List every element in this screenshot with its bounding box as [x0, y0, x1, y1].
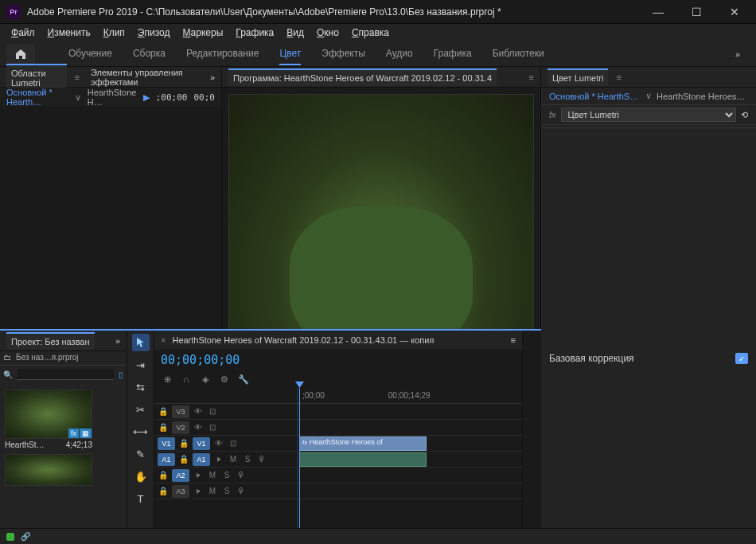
menu-sequence[interactable]: Эпизод	[133, 25, 175, 40]
program-title: Программа: HearthStone Heroes of Warcraf…	[228, 68, 497, 86]
lumetri-body: Основной * HearthSto… ∨ HearthStone Hero…	[541, 88, 756, 528]
workspace-audio[interactable]: Аудио	[386, 43, 413, 65]
lumetri-header: Цвет Lumetri ≡	[541, 67, 756, 88]
workspace-overflow[interactable]: »	[726, 49, 750, 59]
timeline-playhead[interactable]	[299, 388, 300, 528]
search-icon[interactable]: 🔍	[3, 370, 13, 379]
effect-controls-header: Области Lumetri ≡ Элементы управления эф…	[0, 67, 221, 88]
menu-file[interactable]: Файл	[6, 25, 40, 40]
status-bar: 🔗	[0, 528, 756, 544]
tab-effect-controls[interactable]: Элементы управления эффектами	[86, 65, 204, 90]
linked-selection-icon[interactable]: ∩	[180, 374, 193, 384]
app-icon: Pr	[6, 5, 21, 19]
timeline-audio-clip[interactable]	[299, 452, 427, 467]
menu-edit[interactable]: Изменить	[43, 25, 95, 40]
reset-effect-icon[interactable]: ⟲	[741, 110, 748, 120]
menubar: Файл Изменить Клип Эпизод Маркеры График…	[0, 24, 756, 41]
titlebar: Pr Adobe Premiere Pro 2019 - C:\Пользова…	[0, 0, 756, 24]
workspace-color[interactable]: Цвет	[279, 43, 301, 65]
workspace-effects[interactable]: Эффекты	[321, 43, 365, 65]
timeline-video-clip[interactable]: fx HearthStone Heroes of	[299, 436, 427, 451]
selection-tool[interactable]	[132, 334, 150, 351]
minimize-button[interactable]: —	[646, 6, 670, 18]
project-clip-thumbnail[interactable]: fx▦	[5, 389, 92, 439]
menu-clip[interactable]: Клип	[99, 25, 130, 40]
effect-clip-row: Основной * Hearth… ∨ HearthStone H… ▶ ;0…	[0, 88, 221, 107]
bin-icon: 🗀	[3, 353, 11, 362]
effect-seq-name: HearthStone H…	[88, 88, 137, 107]
status-indicator	[6, 533, 14, 541]
lumetri-panel-menu[interactable]: ≡	[616, 72, 621, 82]
timeline-panel-menu[interactable]: ≡	[511, 335, 516, 345]
workspace-editing[interactable]: Редактирование	[186, 43, 259, 65]
tab-lumetri-scopes[interactable]: Области Lumetri	[6, 64, 67, 91]
menu-view[interactable]: Вид	[282, 25, 309, 40]
menu-window[interactable]: Окно	[312, 25, 344, 40]
workspace-learning[interactable]: Обучение	[68, 43, 112, 65]
razor-tool[interactable]: ✂	[132, 401, 150, 418]
workspace-graphics[interactable]: Графика	[434, 43, 472, 65]
link-icon[interactable]: 🔗	[21, 532, 30, 541]
timeline-content[interactable]: ;00;00 00;00;14;29 fx HearthStone Heroes…	[298, 388, 522, 528]
project-clip-duration: 4;42;13	[66, 440, 92, 449]
program-header: Программа: HearthStone Heroes of Warcraf…	[222, 67, 540, 88]
filter-icon[interactable]: ▯	[119, 370, 123, 379]
effect-playhead-icon[interactable]: ▶	[143, 92, 150, 103]
menu-graphics[interactable]: Графика	[231, 25, 279, 40]
audio-meter	[522, 331, 541, 528]
effect-controls-overflow[interactable]: »	[210, 72, 215, 82]
type-tool[interactable]: T	[132, 490, 150, 507]
lumetri-seq-label: HearthStone Heroes…	[657, 92, 748, 101]
window-title: Adobe Premiere Pro 2019 - C:\Пользовател…	[27, 6, 646, 18]
tools-panel: ⇥ ⇆ ✂ ⟷ ✎ ✋ T	[127, 331, 154, 528]
close-button[interactable]: ✕	[723, 6, 746, 18]
project-bin-row[interactable]: 🗀 Без наз…я.prproj	[0, 351, 127, 363]
lumetri-panel-title: Цвет Lumetri	[548, 68, 608, 86]
wrench-icon[interactable]: 🔧	[237, 374, 250, 385]
panel-menu-icon[interactable]: ≡	[75, 72, 80, 82]
basic-correction-section[interactable]: Базовая коррекция ✓	[541, 127, 756, 528]
slip-tool[interactable]: ⟷	[132, 423, 150, 440]
basic-correction-toggle[interactable]: ✓	[735, 353, 748, 364]
timeline-timecode[interactable]: 00;00;00;00	[161, 353, 240, 367]
menu-markers[interactable]: Маркеры	[177, 25, 228, 40]
lumetri-effect-select[interactable]: Цвет Lumetri	[561, 108, 736, 122]
timeline-sequence-tab[interactable]: HearthStone Heroes of Warcraft 2019.02.1…	[172, 335, 434, 345]
bin-name: Без наз…я.prproj	[16, 353, 79, 362]
ruler-tick-0: ;00;00	[302, 391, 325, 400]
effect-clip-name[interactable]: Основной * Hearth…	[6, 88, 68, 107]
workspace-libraries[interactable]: Библиотеки	[493, 43, 544, 65]
track-select-tool[interactable]: ⇥	[132, 356, 150, 374]
pen-tool[interactable]: ✎	[132, 445, 150, 463]
menu-help[interactable]: Справка	[347, 25, 394, 40]
project-search-input[interactable]	[18, 369, 114, 380]
project-clip-name: HearthSt…	[5, 440, 44, 449]
project-tab[interactable]: Проект: Без назван	[6, 332, 95, 350]
workspace-assembly[interactable]: Сборка	[133, 43, 166, 65]
effect-ruler-tc: 00;0	[194, 92, 216, 103]
maximize-button[interactable]: ☐	[684, 6, 708, 18]
lumetri-clip-label[interactable]: Основной * HearthSto…	[549, 92, 641, 101]
project-overflow[interactable]: »	[115, 336, 120, 346]
ruler-tick-1: 00;00;14;29	[388, 391, 431, 400]
ripple-edit-tool[interactable]: ⇆	[132, 378, 150, 396]
snap-icon[interactable]: ⊕	[161, 374, 173, 385]
project-clip-thumbnail-2[interactable]	[5, 454, 92, 486]
program-panel-menu[interactable]: ≡	[529, 72, 534, 82]
marker-icon[interactable]: ◈	[199, 374, 212, 385]
home-button[interactable]	[6, 44, 35, 65]
workspace-bar: Обучение Сборка Редактирование Цвет Эффе…	[0, 41, 756, 67]
fx-badge: fx	[549, 110, 556, 119]
effect-ruler-in: ;00;00	[156, 92, 188, 103]
settings-icon[interactable]: ⚙	[218, 374, 231, 385]
hand-tool[interactable]: ✋	[132, 468, 150, 485]
